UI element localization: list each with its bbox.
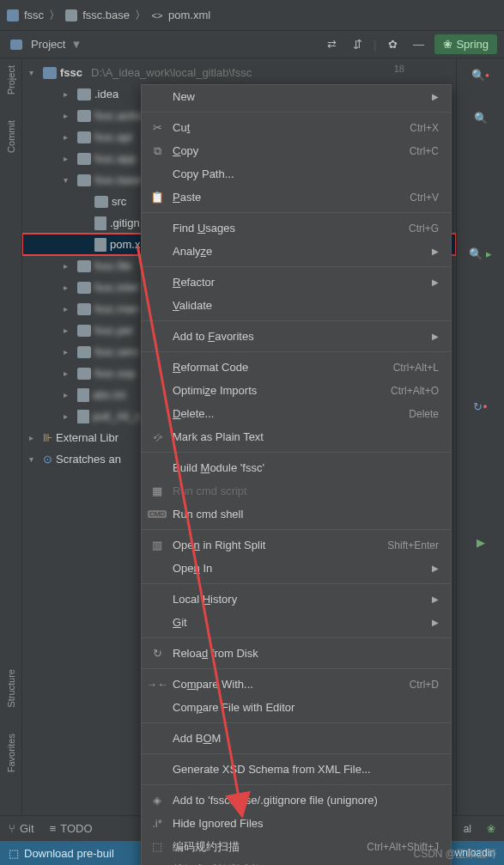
menu-shortcut: Ctrl+D	[410, 679, 439, 691]
menu-item[interactable]: Local History▶	[142, 588, 451, 611]
spring-button[interactable]: ❀ Spring	[434, 34, 497, 54]
⧉-icon: ⧉	[150, 144, 164, 158]
tree-label: fssc.sop	[94, 367, 136, 380]
bc-mid[interactable]: fssc.base	[82, 9, 130, 21]
rail-commit[interactable]: Commit	[6, 120, 16, 153]
tree-label: fssc.man	[94, 302, 139, 315]
menu-separator	[142, 212, 451, 213]
menu-separator	[142, 112, 451, 113]
project-dropdown-icon[interactable]	[7, 35, 26, 54]
menu-item[interactable]: Optimize ImportsCtrl+Alt+O	[142, 379, 451, 402]
feedback-icon[interactable]: 🔍	[469, 108, 493, 127]
menu-item[interactable]: Reformat CodeCtrl+Alt+L	[142, 356, 451, 379]
menu-item[interactable]: ⊘关闭实时检测功能	[142, 858, 451, 865]
menu-item[interactable]: .i*Hide Ignored Files	[142, 812, 451, 835]
spring-bottom-icon[interactable]: ❀	[487, 823, 495, 835]
tree-label: src	[112, 195, 126, 208]
menu-item[interactable]: Add to Favorites▶	[142, 325, 451, 348]
rail-structure[interactable]: Structure	[6, 669, 16, 708]
menu-item[interactable]: Validate	[142, 294, 451, 317]
menu-item[interactable]: Git▶	[142, 611, 451, 634]
menu-item[interactable]: New▶	[142, 85, 451, 108]
menu-item[interactable]: Compare File with Editor	[142, 696, 451, 719]
run-icon[interactable]: 🔍 ▸	[469, 244, 493, 263]
menu-item[interactable]: Find UsagesCtrl+G	[142, 216, 451, 240]
bug-icon[interactable]: 🔍●	[469, 65, 493, 84]
gear-icon[interactable]: ✿	[383, 35, 402, 54]
tree-label: fssc.inter	[94, 281, 139, 294]
rail-project[interactable]: Project	[6, 65, 16, 94]
⬚-icon: ⬚	[150, 840, 164, 854]
chevron-right-icon: ▸	[64, 261, 74, 271]
project-label[interactable]: Project	[31, 38, 65, 51]
menu-item[interactable]: ▥Open in Right SplitShift+Enter	[142, 533, 451, 557]
menu-label: Add to Favorites	[173, 330, 423, 343]
menu-item[interactable]: Add BOM	[142, 727, 451, 750]
watermark: CSDN @王家五哥	[413, 847, 497, 862]
menu-separator	[142, 722, 451, 723]
line-number: 18	[394, 64, 404, 74]
xml-icon: <>	[151, 9, 163, 21]
🝰-icon: 🝰	[150, 430, 164, 444]
menu-item[interactable]: →←Compare With...Ctrl+D	[142, 673, 451, 696]
menu-item[interactable]: ⧉CopyCtrl+C	[142, 139, 451, 162]
menu-item[interactable]: ◈Add to 'fssc.base/.gitignore file (unig…	[142, 789, 451, 812]
blank-icon	[150, 330, 164, 344]
menu-item[interactable]: 🝰Mark as Plain Text	[142, 425, 451, 448]
folder-icon	[77, 260, 91, 272]
expand-icon[interactable]: ⇵	[348, 35, 367, 54]
status-icon: ⬚	[9, 847, 19, 860]
menu-separator	[142, 320, 451, 321]
folder-icon	[77, 88, 91, 101]
todo-tab[interactable]: ≡TODO	[50, 822, 93, 835]
menu-item[interactable]: Refactor▶	[142, 271, 451, 294]
menu-item[interactable]: 📋PasteCtrl+V	[142, 186, 451, 209]
bc-sep-icon: 〉	[49, 8, 60, 23]
menu-label: Git	[173, 616, 423, 629]
dropdown-icon[interactable]: ▼	[70, 38, 82, 51]
sync-icon[interactable]: ↻●	[469, 397, 493, 416]
chevron-right-icon: ▸	[64, 132, 74, 142]
menu-separator	[142, 753, 451, 754]
menu-separator	[142, 351, 451, 352]
menu-item[interactable]: Build Module 'fssc'	[142, 456, 451, 479]
play-icon[interactable]: ▶	[469, 533, 493, 551]
menu-item[interactable]: Open In▶	[142, 557, 451, 580]
menu-separator	[142, 637, 451, 638]
menu-item[interactable]: ✂CutCtrl+X	[142, 116, 451, 139]
menu-item[interactable]: ⬚编码规约扫描Ctrl+Alt+Shift+J	[142, 835, 451, 858]
menu-label: Cut	[173, 121, 401, 134]
folder-icon	[77, 153, 91, 165]
menu-label: Reformat Code	[173, 361, 385, 374]
menu-item[interactable]: ↻Reload from Disk	[142, 642, 451, 665]
menu-item[interactable]: Analyze▶	[142, 240, 451, 263]
breadcrumb: fssc 〉 fssc.base 〉 <> pom.xml	[0, 0, 504, 31]
git-tab[interactable]: ⑂Git	[9, 822, 34, 835]
folder-icon	[65, 9, 77, 21]
select-opened-icon[interactable]: ⇄	[322, 35, 341, 54]
menu-separator	[142, 452, 451, 453]
minimize-icon[interactable]: —	[409, 35, 428, 54]
▥-icon: ▥	[150, 539, 164, 552]
spring-icon: ❀	[443, 38, 452, 51]
tree-label: fssc.file	[94, 259, 131, 272]
menu-item[interactable]: Generate XSD Schema from XML File...	[142, 758, 451, 781]
rail-favorites[interactable]: Favorites	[6, 734, 16, 772]
menu-label: Delete...	[173, 407, 400, 420]
bottom-right[interactable]: al	[464, 823, 471, 835]
.i*-icon: .i*	[150, 817, 164, 831]
tree-label: fssc.serv	[94, 345, 138, 358]
menu-separator	[142, 529, 451, 530]
menu-label: Copy	[173, 144, 401, 157]
tree-root[interactable]: ▾ fssc D:\A_idea_work\local_gitlab\fssc	[22, 62, 456, 83]
menu-item[interactable]: Delete...Delete	[142, 402, 451, 425]
bc-root[interactable]: fssc	[24, 9, 44, 21]
bc-file[interactable]: pom.xml	[168, 9, 210, 21]
tree-label: fssc.app	[94, 152, 136, 165]
menu-label: Validate	[173, 299, 439, 312]
menu-shortcut: Ctrl+X	[410, 122, 439, 134]
menu-shortcut: Shift+Enter	[387, 539, 439, 551]
menu-item[interactable]: CMDRun cmd shell	[142, 503, 451, 526]
menu-item[interactable]: Copy Path...	[142, 162, 451, 186]
list-icon: ≡	[50, 822, 57, 835]
